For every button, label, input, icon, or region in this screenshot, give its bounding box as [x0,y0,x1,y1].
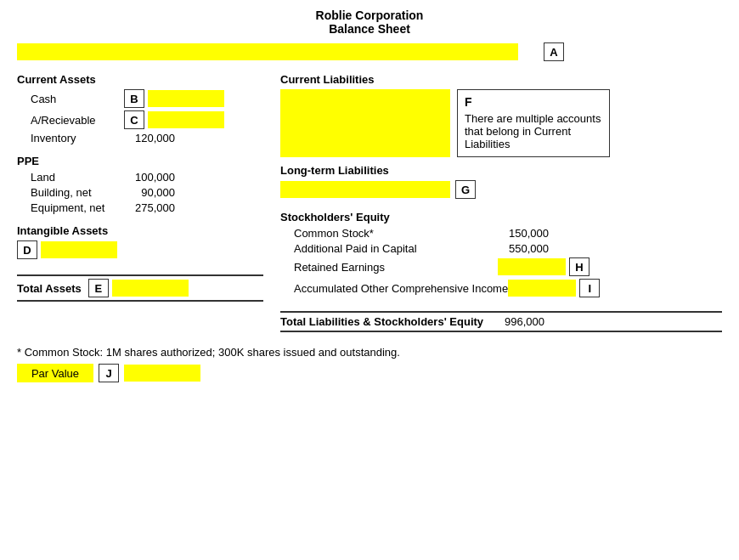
cl-tooltip-text: There are multiple accounts that belong … [465,112,601,150]
current-assets-title: Current Assets [17,73,263,86]
ppe-title: PPE [17,155,263,167]
intangible-title: Intangible Assets [17,224,263,237]
label-f: F [465,95,602,109]
label-h[interactable]: H [569,257,590,276]
ppe-section: PPE Land 100,000 Building, net 90,000 Eq… [17,155,263,214]
right-total-value: 996,000 [494,315,544,328]
land-value: 100,000 [124,171,175,184]
left-column: Current Assets Cash B A/Recievable C [17,73,272,332]
ar-row: A/Recievable C [17,110,263,129]
main-content: Current Assets Cash B A/Recievable C [17,73,722,332]
top-bar-row: A [17,42,722,61]
label-e[interactable]: E [88,279,109,297]
additional-paid-value: 550,000 [498,242,549,255]
building-value: 90,000 [124,186,175,199]
page-header: Roblie Corporation Balance Sheet [17,8,722,36]
retained-earnings-input[interactable] [498,258,566,275]
label-i[interactable]: I [579,279,600,297]
intangible-row: D [17,240,263,259]
aoci-row: Accumulated Other Comprehensive Income I [280,279,722,297]
sheet-title: Balance Sheet [17,22,722,36]
footnote-text: * Common Stock: 1M shares authorized; 30… [17,346,722,359]
company-name: Roblie Corporation [17,8,722,22]
right-total-row: Total Liabilities & Stockholders' Equity… [280,311,722,332]
lt-liabilities-section: Long-term Liabilities G [280,164,722,199]
right-column: Current Liabilities F There are multiple… [272,73,722,332]
common-stock-label: Common Stock* [280,227,498,240]
par-value-label: Par Value [31,367,79,380]
label-g[interactable]: G [455,180,476,199]
total-assets-row: Total Assets E [17,274,263,302]
top-yellow-bar [17,43,518,60]
retained-earnings-row: Retained Earnings H [280,257,722,276]
par-value-label-bg: Par Value [17,364,93,382]
label-b[interactable]: B [124,89,144,108]
additional-paid-label: Additional Paid in Capital [280,242,498,255]
cash-input[interactable] [148,90,224,107]
right-total-label: Total Liabilities & Stockholders' Equity [280,315,483,328]
label-j[interactable]: J [99,364,119,382]
ar-label: A/Recievable [17,114,124,127]
current-liabilities-section: Current Liabilities F There are multiple… [280,73,722,157]
inventory-row: Inventory 120,000 [17,132,263,144]
equipment-value: 275,000 [124,201,175,214]
total-assets-label: Total Assets [17,282,82,295]
label-a[interactable]: A [544,42,564,61]
equipment-label: Equipment, net [17,201,124,214]
ar-input-group: C [124,110,224,129]
inventory-label: Inventory [17,132,124,144]
par-value-row: Par Value J [17,364,722,382]
common-stock-value: 150,000 [498,227,549,240]
total-assets-input[interactable] [112,280,189,297]
aoci-input[interactable] [508,280,576,297]
lt-title: Long-term Liabilities [280,164,722,177]
intangible-input[interactable] [41,241,117,258]
par-value-input[interactable] [124,365,200,382]
lt-row: G [280,180,722,199]
common-stock-row: Common Stock* 150,000 [280,227,722,240]
retained-earnings-input-group: H [498,257,590,276]
land-label: Land [17,171,124,184]
aoci-input-group: I [508,279,600,297]
building-label: Building, net [17,186,124,199]
land-row: Land 100,000 [17,171,263,184]
inventory-value: 120,000 [124,132,175,144]
additional-paid-row: Additional Paid in Capital 550,000 [280,242,722,255]
aoci-label: Accumulated Other Comprehensive Income [280,282,508,295]
current-liabilities-title: Current Liabilities [280,73,722,86]
intangible-input-group: D [17,240,117,259]
cash-label: Cash [17,93,124,105]
building-row: Building, net 90,000 [17,186,263,199]
footnote-section: * Common Stock: 1M shares authorized; 30… [17,346,722,382]
label-c[interactable]: C [124,110,144,129]
cl-tooltip-box: F There are multiple accounts that belon… [457,89,610,157]
equity-section: Stockholders' Equity Common Stock* 150,0… [280,211,722,297]
equipment-row: Equipment, net 275,000 [17,201,263,214]
intangible-section: Intangible Assets D [17,224,263,259]
cash-row: Cash B [17,89,263,108]
cl-content: F There are multiple accounts that belon… [280,89,722,157]
label-d[interactable]: D [17,240,37,259]
retained-earnings-label: Retained Earnings [280,261,498,274]
cash-input-group: B [124,89,224,108]
cl-yellow-block[interactable] [280,89,450,157]
lt-yellow-input[interactable] [280,181,450,198]
current-assets-section: Current Assets Cash B A/Recievable C [17,73,263,144]
equity-title: Stockholders' Equity [280,211,722,223]
ar-input[interactable] [148,111,224,128]
